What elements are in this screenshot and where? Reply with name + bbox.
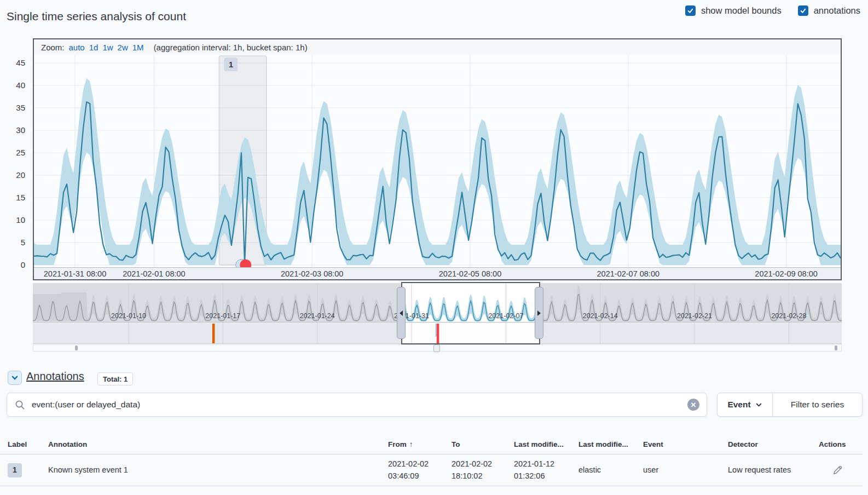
svg-text:2021-02-14: 2021-02-14 (583, 312, 618, 320)
column-header-detector[interactable]: Detector (728, 439, 819, 450)
cell: user (643, 464, 728, 476)
y-axis-label: 0 (0, 260, 25, 269)
zoom-options: auto1d1w2w1M (69, 43, 148, 52)
svg-text:2021-01-17: 2021-01-17 (205, 312, 240, 320)
annotations-filter-buttons: Event Filter to series (717, 393, 863, 417)
cell: 2021-01-12 01:32:06 (514, 458, 578, 481)
annotation-label-badge: 1 (8, 463, 22, 477)
annotations-total-badge: Total: 1 (97, 372, 133, 385)
search-icon (15, 400, 25, 410)
chart-options: show model boundsannotations (685, 5, 860, 16)
x-axis-label: 2021-02-01 08:00 (123, 269, 186, 278)
y-axis-label: 40 (0, 80, 25, 90)
column-header-last-modifie-[interactable]: Last modifie... (514, 439, 578, 450)
y-axis-label: 45 (0, 58, 25, 67)
sort-ascending-icon: ↑ (409, 440, 413, 448)
checkbox-label: annotations (814, 5, 860, 16)
checkbox-label: show model bounds (701, 5, 782, 16)
edit-annotation-button[interactable] (831, 464, 844, 477)
column-header-annotation[interactable]: Annotation (48, 439, 388, 450)
annotations-search: ✕ (7, 393, 707, 417)
column-header-actions[interactable]: Actions (819, 439, 865, 450)
zoom-option-1M[interactable]: 1M (132, 43, 144, 52)
checkbox-item: annotations (798, 5, 860, 16)
x-axis-label: 2021-02-03 08:00 (281, 269, 344, 278)
timeseries-chart[interactable]: 1 (34, 55, 841, 267)
annotations-table: LabelAnnotationFrom↑ToLast modifie...Las… (0, 435, 863, 486)
x-axis-label: 2021-02-05 08:00 (439, 269, 502, 278)
column-header-last-modifie-[interactable]: Last modifie... (578, 439, 643, 450)
x-axis-label: 2021-01-31 08:00 (44, 269, 107, 278)
svg-text:2021-02-21: 2021-02-21 (677, 312, 712, 320)
y-axis-label: 15 (0, 193, 25, 202)
cell: Low request rates (728, 464, 819, 476)
svg-text:2021-01-10: 2021-01-10 (111, 312, 146, 320)
column-header-label[interactable]: Label (8, 439, 48, 450)
svg-text:2021-01-24: 2021-01-24 (300, 312, 335, 320)
cell: 2021-02-02 18:10:02 (452, 458, 514, 481)
y-axis-label: 10 (0, 215, 25, 225)
page-title: Single time series analysis of count (7, 10, 186, 23)
annotations-collapse-button[interactable] (8, 371, 22, 385)
y-axis-label: 35 (0, 103, 25, 112)
zoom-option-auto[interactable]: auto (69, 43, 85, 52)
checkbox-item: show model bounds (685, 5, 782, 16)
event-dropdown-label: Event (727, 400, 750, 410)
checkbox-annotations[interactable] (798, 5, 808, 16)
timeseries-chart-panel: Zoom: auto1d1w2w1M (aggregation interval… (33, 38, 842, 280)
y-axis-label: 30 (0, 125, 25, 135)
zoom-option-1w[interactable]: 1w (102, 43, 113, 52)
clear-search-icon[interactable]: ✕ (687, 399, 699, 411)
brush-handle-mid[interactable] (433, 344, 440, 352)
filter-to-series-button[interactable]: Filter to series (773, 393, 862, 416)
event-dropdown-button[interactable]: Event (717, 393, 773, 416)
cell: elastic (578, 464, 643, 476)
label-cell: 1 (8, 463, 48, 477)
table-header: LabelAnnotationFrom↑ToLast modifie...Las… (0, 435, 863, 454)
y-axis: 454035302520151050 (0, 55, 28, 267)
brush-handle-right[interactable] (835, 346, 837, 350)
aggregation-note: (aggregation interval: 1h, bucket span: … (154, 43, 308, 52)
column-header-to[interactable]: To (452, 439, 514, 450)
chart-zoom-toolbar: Zoom: auto1d1w2w1M (aggregation interval… (34, 39, 841, 55)
annotation-brush-track[interactable] (33, 344, 842, 352)
context-selection-left-handle[interactable] (397, 287, 406, 339)
zoom-label: Zoom: (41, 43, 65, 52)
svg-text:2021-02-28: 2021-02-28 (771, 312, 806, 320)
zoom-option-2w[interactable]: 2w (118, 43, 128, 52)
zoom-option-1d[interactable]: 1d (89, 43, 99, 52)
table-body: 1Known system event 12021-02-02 03:46:09… (0, 454, 863, 486)
left-arrow-icon (400, 310, 403, 316)
context-selection[interactable] (401, 282, 540, 344)
x-axis: 2021-01-31 08:002021-02-01 08:002021-02-… (34, 267, 841, 279)
column-header-from[interactable]: From↑ (388, 439, 452, 450)
y-axis-label: 25 (0, 148, 25, 157)
brush-handle-left[interactable] (75, 346, 78, 350)
y-axis-label: 20 (0, 170, 25, 180)
x-axis-label: 2021-02-07 08:00 (597, 269, 660, 278)
chevron-down-icon (11, 374, 19, 382)
checkbox-show-model-bounds[interactable] (685, 5, 696, 16)
right-arrow-icon (537, 310, 541, 316)
svg-text:1: 1 (229, 60, 233, 69)
cell: Known system event 1 (48, 464, 388, 476)
annotations-title: Annotations (26, 370, 84, 383)
column-header-event[interactable]: Event (643, 439, 728, 450)
chevron-down-icon (755, 401, 762, 408)
table-row: 1Known system event 12021-02-02 03:46:09… (0, 454, 863, 486)
y-axis-label: 5 (0, 238, 25, 247)
pencil-icon (832, 465, 843, 475)
context-selection-right-handle[interactable] (535, 287, 543, 339)
search-input[interactable] (32, 400, 687, 410)
cell: 2021-02-02 03:46:09 (388, 458, 452, 481)
x-axis-label: 2021-02-09 08:00 (755, 269, 818, 278)
actions-cell (819, 464, 863, 477)
